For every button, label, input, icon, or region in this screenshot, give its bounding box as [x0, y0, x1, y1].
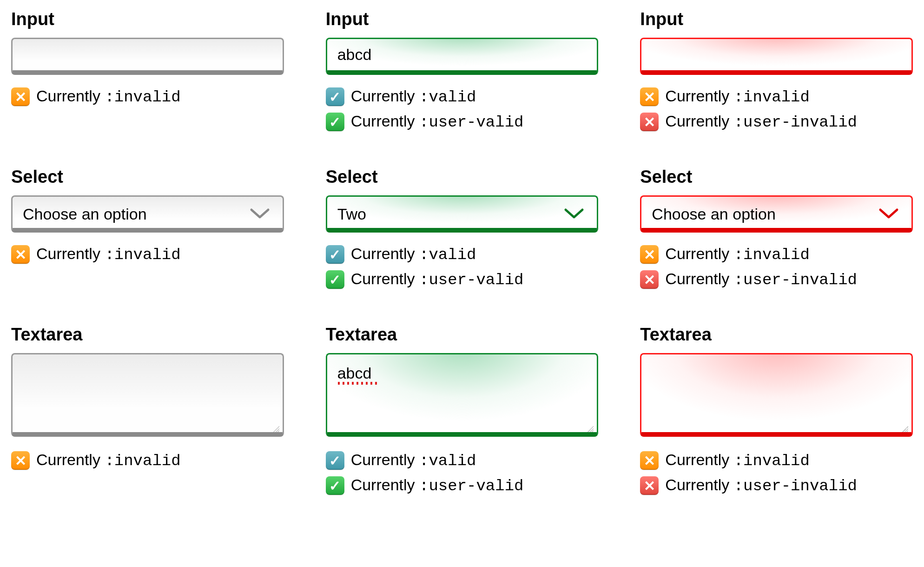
input-label: Input — [326, 9, 599, 29]
status-list: Currently :invalid — [11, 448, 284, 473]
status-pseudo: :user-invalid — [734, 271, 857, 289]
input-field[interactable] — [11, 38, 284, 75]
status-invalid: Currently :invalid — [640, 242, 913, 267]
cross-icon — [640, 476, 659, 495]
select-field[interactable]: Choose an option — [640, 195, 913, 233]
status-user-invalid: Currently :user-invalid — [640, 473, 913, 498]
select-field[interactable]: Two — [326, 195, 599, 233]
cross-icon — [11, 245, 30, 264]
status-valid: Currently :valid — [326, 84, 599, 109]
select-cell-col1: Select Choose an option Currently :inval… — [11, 167, 284, 292]
status-list: Currently :invalid — [11, 84, 284, 109]
status-pseudo: :valid — [419, 246, 476, 264]
check-icon — [326, 451, 344, 470]
select-wrap: Two — [326, 195, 599, 233]
status-user-invalid: Currently :user-invalid — [640, 267, 913, 292]
textarea-cell-col3: Textarea Currently :invalid Currently :u… — [640, 325, 913, 498]
input-label: Input — [640, 9, 913, 29]
textarea-label: Textarea — [11, 325, 284, 345]
status-pseudo: :invalid — [734, 452, 810, 470]
cross-icon — [640, 87, 659, 106]
status-prefix: Currently — [351, 270, 419, 287]
status-pseudo: :invalid — [105, 246, 180, 264]
status-prefix: Currently — [351, 476, 419, 494]
check-icon — [326, 270, 344, 289]
status-list: Currently :invalid Currently :user-inval… — [640, 84, 913, 134]
select-wrap: Choose an option — [640, 195, 913, 233]
input-field[interactable] — [640, 38, 913, 75]
input-field[interactable] — [326, 38, 599, 75]
cross-icon — [640, 245, 659, 264]
select-label: Select — [11, 167, 284, 187]
check-icon — [326, 87, 344, 106]
status-pseudo: :user-valid — [419, 477, 523, 495]
status-pseudo: :user-valid — [419, 271, 523, 289]
status-pseudo: :user-invalid — [734, 477, 857, 495]
status-pseudo: :user-invalid — [734, 113, 857, 131]
cross-icon — [11, 87, 30, 106]
textarea-label: Textarea — [640, 325, 913, 345]
status-valid: Currently :valid — [326, 242, 599, 267]
status-pseudo: :valid — [419, 88, 476, 106]
status-prefix: Currently — [36, 87, 105, 105]
status-invalid: Currently :invalid — [11, 84, 284, 109]
textarea-wrap — [640, 353, 913, 439]
status-prefix: Currently — [665, 476, 733, 494]
status-list: Currently :valid Currently :user-valid — [326, 448, 599, 498]
check-icon — [326, 113, 344, 131]
status-prefix: Currently — [665, 87, 733, 105]
status-list: Currently :invalid Currently :user-inval… — [640, 242, 913, 292]
status-pseudo: :invalid — [734, 88, 810, 106]
status-list: Currently :valid Currently :user-valid — [326, 242, 599, 292]
check-icon — [326, 476, 344, 495]
status-prefix: Currently — [36, 245, 105, 262]
input-cell-col3: Input Currently :invalid Currently :user… — [640, 9, 913, 134]
textarea-cell-col1: Textarea Currently :invalid — [11, 325, 284, 498]
status-list: Currently :invalid Currently :user-inval… — [640, 448, 913, 498]
status-invalid: Currently :invalid — [640, 84, 913, 109]
status-user-valid: Currently :user-valid — [326, 267, 599, 292]
status-prefix: Currently — [351, 112, 419, 130]
cross-icon — [640, 113, 659, 131]
textarea-wrap: abcd — [326, 353, 599, 439]
status-prefix: Currently — [665, 270, 733, 287]
status-valid: Currently :valid — [326, 448, 599, 473]
select-field[interactable]: Choose an option — [11, 195, 284, 233]
status-pseudo: :valid — [419, 452, 476, 470]
cross-icon — [640, 270, 659, 289]
status-invalid: Currently :invalid — [640, 448, 913, 473]
status-invalid: Currently :invalid — [11, 448, 284, 473]
textarea-field[interactable] — [11, 353, 284, 437]
input-wrap — [640, 38, 913, 75]
input-label: Input — [11, 9, 284, 29]
status-pseudo: :invalid — [734, 246, 810, 264]
status-pseudo: :invalid — [105, 88, 180, 106]
cross-icon — [11, 451, 30, 470]
input-wrap — [11, 38, 284, 75]
input-cell-col1: Input Currently :invalid — [11, 9, 284, 134]
select-cell-col3: Select Choose an option Currently :inval… — [640, 167, 913, 292]
textarea-wrap — [11, 353, 284, 439]
status-prefix: Currently — [665, 451, 733, 468]
select-label: Select — [640, 167, 913, 187]
check-icon — [326, 245, 344, 264]
status-user-valid: Currently :user-valid — [326, 473, 599, 498]
textarea-field[interactable]: abcd — [326, 353, 599, 437]
status-user-invalid: Currently :user-invalid — [640, 109, 913, 134]
textarea-label: Textarea — [326, 325, 599, 345]
select-cell-col2: Select Two Currently :valid Currentl — [326, 167, 599, 292]
status-prefix: Currently — [351, 451, 419, 468]
status-user-valid: Currently :user-valid — [326, 109, 599, 134]
status-pseudo: :invalid — [105, 452, 180, 470]
select-wrap: Choose an option — [11, 195, 284, 233]
textarea-field[interactable] — [640, 353, 913, 437]
input-cell-col2: Input Currently :valid Currently :user-v… — [326, 9, 599, 134]
status-invalid: Currently :invalid — [11, 242, 284, 267]
status-list: Currently :invalid — [11, 242, 284, 267]
status-prefix: Currently — [665, 245, 733, 262]
status-prefix: Currently — [351, 245, 419, 262]
status-list: Currently :valid Currently :user-valid — [326, 84, 599, 134]
textarea-cell-col2: Textarea abcd Currently :valid Currently… — [326, 325, 599, 498]
status-prefix: Currently — [36, 451, 105, 468]
input-wrap — [326, 38, 599, 75]
